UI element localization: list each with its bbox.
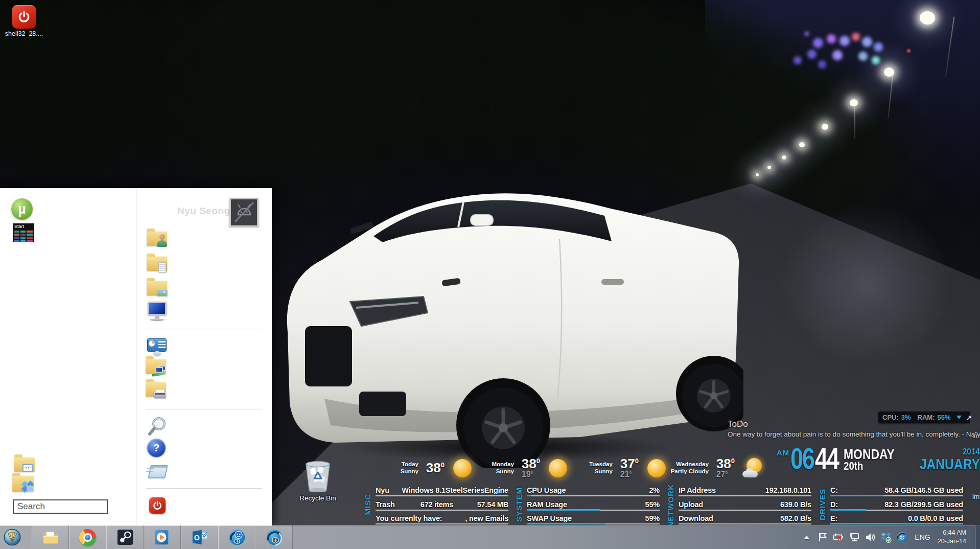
panel-metric-name: CPU Usage bbox=[527, 486, 586, 494]
weather-temps: 380 bbox=[426, 462, 445, 474]
panel-row: Upload639.0 B/s bbox=[679, 498, 811, 511]
utorrent-glyph: µ bbox=[18, 202, 26, 216]
dropbox-tray-icon[interactable] bbox=[880, 532, 892, 543]
panel-cell: 57.54 MB bbox=[457, 500, 508, 509]
desktop-screen: shell32_28.... im im Recycle Bin µ Start bbox=[0, 0, 980, 549]
taskbar-systemcare-smiley[interactable] bbox=[218, 525, 255, 549]
documents-folder-icon bbox=[147, 256, 167, 271]
desktop-icon-shell32[interactable]: shell32_28.... bbox=[4, 5, 44, 37]
documents-item[interactable] bbox=[147, 256, 167, 271]
taskbar-chrome[interactable] bbox=[69, 525, 106, 549]
panel-metric-name: C: bbox=[830, 486, 884, 494]
start-screen-tile[interactable]: Start bbox=[13, 223, 34, 242]
action-center-flag-icon[interactable] bbox=[817, 532, 828, 543]
panel-metric-value: 639.0 B/s bbox=[738, 500, 811, 509]
street-light bbox=[884, 67, 894, 77]
panel-group-title: MISC bbox=[364, 494, 371, 515]
panel-row-line bbox=[527, 495, 660, 496]
panel-cell: SteelSeriesEngine bbox=[446, 486, 508, 494]
hidden-icons-chevron[interactable] bbox=[801, 532, 812, 543]
tray-clock[interactable]: 6:44 AM 20-Jan-14 bbox=[938, 529, 966, 546]
pictures-folder-icon bbox=[147, 281, 167, 295]
weather-day-label: TodaySunny bbox=[401, 461, 418, 475]
media-player-icon bbox=[154, 529, 171, 546]
start-menu-separator bbox=[146, 329, 262, 329]
android-avatar-icon bbox=[231, 199, 257, 225]
language-indicator[interactable]: ENG bbox=[915, 533, 930, 541]
weather-day-label: MondaySunny bbox=[492, 461, 514, 475]
panel-metric-name: IP Address bbox=[679, 486, 738, 494]
taskbar-media-player[interactable] bbox=[144, 525, 181, 549]
start-menu-search-input[interactable] bbox=[13, 499, 108, 514]
iobit-smiley-tray-icon[interactable] bbox=[896, 532, 907, 543]
shutdown-item[interactable] bbox=[149, 497, 166, 514]
user-avatar[interactable] bbox=[229, 198, 259, 227]
collapse-triangle-icon[interactable] bbox=[956, 416, 962, 419]
panel-group-misc: MISCNyuWindows 8.1SteelSeriesEngineTrash… bbox=[364, 484, 508, 525]
programs-folder-item[interactable] bbox=[14, 457, 35, 472]
computer-icon bbox=[146, 302, 168, 321]
user-files-item[interactable] bbox=[147, 231, 167, 246]
run-icon bbox=[146, 464, 167, 478]
network-devices-item[interactable] bbox=[146, 359, 166, 374]
taskbar-file-explorer[interactable] bbox=[32, 525, 69, 549]
panel-cell: Trash bbox=[376, 500, 416, 509]
pictures-item[interactable] bbox=[147, 281, 167, 295]
cpu-ram-mini-widget[interactable]: CPU: 3% RAM: 55% ↗ bbox=[878, 411, 970, 423]
expand-arrow-icon[interactable]: ↗ bbox=[966, 414, 972, 422]
battery-alert-icon[interactable] bbox=[833, 532, 844, 543]
dropbox-folder-item[interactable] bbox=[12, 475, 34, 492]
computer-item[interactable] bbox=[146, 302, 168, 321]
panel-metric-name: Upload bbox=[679, 500, 738, 509]
clock-day: 20th bbox=[844, 461, 895, 472]
panel-cell: Windows 8.1 bbox=[402, 486, 446, 494]
panel-row: SWAP Usage59% bbox=[527, 512, 660, 525]
help-icon: ? bbox=[147, 439, 166, 457]
system-tray: ENG 6:44 AM 20-Jan-14 bbox=[797, 525, 980, 549]
panel-metric-value: 82.3 GB/299.5 GB used bbox=[884, 500, 963, 509]
panel-metric-name: Download bbox=[679, 514, 738, 522]
panel-metric-name: RAM Usage bbox=[527, 500, 586, 509]
search-item[interactable] bbox=[147, 416, 168, 439]
panel-group-drives: DRIVESC:58.4 GB/146.5 GB usedD:82.3 GB/2… bbox=[819, 484, 963, 525]
help-item[interactable]: ? bbox=[147, 439, 166, 457]
taskbar-pinned-apps: O bbox=[32, 525, 293, 549]
network-icon[interactable] bbox=[849, 532, 860, 543]
panel-metric-name: SWAP Usage bbox=[527, 514, 586, 522]
systemcare-shield-icon bbox=[266, 529, 283, 546]
power-icon bbox=[12, 5, 36, 29]
panel-metric-value: 2% bbox=[586, 486, 660, 494]
power-glyph bbox=[17, 10, 31, 24]
printers-item[interactable] bbox=[146, 382, 166, 397]
panel-gauge-fill bbox=[527, 495, 531, 496]
panel-row: Trash672 items57.54 MB bbox=[376, 498, 508, 511]
control-panel-item[interactable] bbox=[146, 338, 168, 356]
weather-temps: 380270 bbox=[716, 458, 735, 479]
panel-metric-value: 192.168.0.101 bbox=[738, 486, 811, 494]
show-desktop-button[interactable] bbox=[975, 525, 980, 549]
start-menu-separator bbox=[146, 488, 262, 489]
panel-metric-name: E: bbox=[830, 514, 890, 522]
taskbar-outlook[interactable]: O bbox=[181, 525, 218, 549]
weather-day-wednesday: WednesdayPartly Cloudy380270 bbox=[653, 456, 763, 481]
run-item[interactable] bbox=[146, 464, 167, 478]
lamp-pole bbox=[854, 103, 855, 139]
street-light bbox=[920, 11, 935, 25]
panel-metric-value: 59% bbox=[586, 514, 660, 522]
ram-mini-label: RAM: bbox=[918, 414, 935, 421]
weather-temps: 370210 bbox=[620, 458, 639, 479]
street-light bbox=[756, 173, 759, 176]
weather-day-tuesday: TuesdaySunny370210 bbox=[557, 456, 667, 481]
clock-minute: 44 bbox=[815, 446, 838, 472]
help-glyph: ? bbox=[153, 442, 160, 454]
start-button[interactable] bbox=[1, 526, 24, 548]
utorrent-shortcut[interactable]: µ bbox=[11, 198, 33, 220]
taskbar-steam[interactable] bbox=[106, 525, 144, 549]
panel-row: NyuWindows 8.1SteelSeriesEngine bbox=[376, 484, 508, 497]
taskbar-systemcare-shield[interactable] bbox=[255, 525, 293, 549]
start-menu-separator bbox=[146, 409, 262, 409]
panel-cell: 672 items bbox=[416, 500, 457, 509]
weather-day-label: WednesdayPartly Cloudy bbox=[671, 461, 709, 475]
clock-weekday: MONDAY bbox=[844, 448, 895, 461]
volume-icon[interactable] bbox=[865, 532, 876, 543]
